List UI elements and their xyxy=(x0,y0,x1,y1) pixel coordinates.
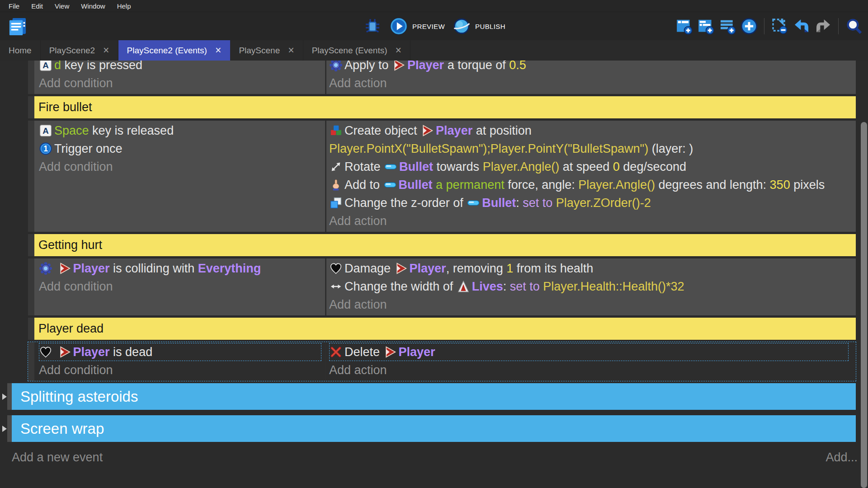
group-title: Splitting asteroids xyxy=(12,383,856,410)
force-icon xyxy=(329,178,343,192)
delete-icon xyxy=(329,345,343,359)
comment-row[interactable]: Fire bullet xyxy=(28,96,856,118)
action-instruction[interactable]: Add to Bullet a permanent force, angle: … xyxy=(329,176,849,194)
undo-icon[interactable] xyxy=(792,17,811,36)
text-token: set to xyxy=(510,280,543,293)
remove-event-icon[interactable] xyxy=(770,17,789,36)
comment-text: Fire bullet xyxy=(34,96,856,118)
text-token: key is released xyxy=(89,124,174,137)
tab-close-icon[interactable]: × xyxy=(288,45,294,56)
row-grip xyxy=(28,61,34,94)
object-name: Bullet xyxy=(482,196,516,210)
comment-row[interactable]: Getting hurt xyxy=(28,234,856,256)
text-token: a permanent xyxy=(433,178,505,192)
text-token: Rotate xyxy=(344,160,384,174)
text-token: Delete xyxy=(344,345,383,359)
text-token: Change the width of xyxy=(344,280,457,293)
object-name: Player xyxy=(407,61,444,72)
object-name: Player xyxy=(73,262,110,275)
search-icon[interactable] xyxy=(844,17,863,36)
group-row[interactable]: Screen wrap xyxy=(7,415,856,442)
text-token: 0.5 xyxy=(509,61,526,72)
toolbar: PREVIEW PUBLISH xyxy=(0,12,868,40)
project-manager-icon[interactable] xyxy=(7,16,28,37)
redo-icon[interactable] xyxy=(813,17,833,36)
action-instruction[interactable]: Change the width of Lives: set to Player… xyxy=(329,277,849,296)
event-row[interactable]: Player is colliding with EverythingAdd c… xyxy=(28,258,856,315)
tab-label: Home xyxy=(9,46,32,56)
menu-item-edit[interactable]: Edit xyxy=(25,1,49,11)
tab-close-icon[interactable]: × xyxy=(396,45,401,56)
comment-text: Player dead xyxy=(34,318,856,340)
row-grip xyxy=(28,96,34,118)
add-action-button[interactable]: Add action xyxy=(329,361,849,379)
tab-label: PlayScene (Events) xyxy=(312,46,387,56)
action-instruction[interactable]: Damage Player, removing 1 from its healt… xyxy=(329,259,849,277)
add-condition-button[interactable]: Add condition xyxy=(39,361,321,379)
group-row[interactable]: Splitting asteroids xyxy=(7,383,856,410)
event-row[interactable]: Player is deadAdd conditionDelete Player… xyxy=(28,342,856,381)
collapse-arrow-icon[interactable] xyxy=(2,394,7,400)
player-icon xyxy=(383,345,397,359)
heart-icon xyxy=(329,262,343,275)
action-instruction[interactable]: Rotate Bullet towards Player.Angle() at … xyxy=(329,158,849,176)
object-name: Lives xyxy=(472,280,503,293)
row-grip xyxy=(28,121,34,232)
tab-label: PlayScene xyxy=(239,46,280,56)
condition-instruction[interactable]: Player is dead xyxy=(39,343,321,361)
tab-playscene2-events[interactable]: PlayScene2 (Events)× xyxy=(118,40,231,61)
add-action-button[interactable]: Add action xyxy=(329,212,849,230)
svg-text:A: A xyxy=(42,126,49,136)
event-row[interactable]: Ad key is pressedAdd conditionApply to P… xyxy=(28,61,856,94)
debug-icon[interactable] xyxy=(363,17,382,36)
add-condition-button[interactable]: Add condition xyxy=(39,158,321,176)
comment-row[interactable]: Player dead xyxy=(28,318,856,340)
vertical-scrollbar[interactable] xyxy=(861,122,867,488)
preview-button[interactable]: PREVIEW xyxy=(389,17,445,36)
add-comment-icon[interactable] xyxy=(717,17,737,36)
tab-close-icon[interactable]: × xyxy=(215,45,221,56)
add-condition-button[interactable]: Add condition xyxy=(39,277,321,296)
publish-globe-icon xyxy=(452,17,471,36)
menu-item-help[interactable]: Help xyxy=(111,1,137,11)
action-instruction[interactable]: Change the z-order of Bullet: set to Pla… xyxy=(329,194,849,212)
row-grip xyxy=(28,342,34,381)
add-event-icon[interactable] xyxy=(674,17,693,36)
menu-item-window[interactable]: Window xyxy=(75,1,111,11)
condition-instruction[interactable]: Ad key is pressed xyxy=(39,61,321,74)
add-condition-button[interactable]: Add condition xyxy=(39,74,321,92)
action-instruction[interactable]: Create object Player at position Player.… xyxy=(329,122,849,158)
add-action-button[interactable]: Add action xyxy=(329,74,849,92)
tab-playscene[interactable]: PlayScene× xyxy=(230,40,303,61)
action-instruction[interactable]: Delete Player xyxy=(329,343,849,361)
action-instruction[interactable]: Apply to Player a torque of 0.5 xyxy=(329,61,849,74)
actions-cell: Delete PlayerAdd action xyxy=(326,342,856,381)
sheet-footer: Add a new event Add... xyxy=(12,450,858,465)
tab-close-icon[interactable]: × xyxy=(103,45,109,56)
add-subevent-icon[interactable] xyxy=(696,17,715,36)
actions-cell: Apply to Player a torque of 0.5Add actio… xyxy=(326,61,856,94)
add-button[interactable]: Add... xyxy=(826,450,858,465)
conditions-cell: Player is deadAdd condition xyxy=(34,342,325,381)
row-grip xyxy=(7,415,12,442)
condition-instruction[interactable]: ASpace key is released xyxy=(39,122,321,140)
tab-home[interactable]: Home xyxy=(0,40,41,61)
object-name: Bullet xyxy=(399,178,433,192)
zorder-icon xyxy=(329,196,343,210)
add-circle-icon[interactable] xyxy=(739,17,759,36)
text-token: 1 xyxy=(506,262,513,275)
publish-button[interactable]: PUBLISH xyxy=(452,17,505,36)
event-row[interactable]: ASpace key is released1Trigger onceAdd c… xyxy=(28,121,856,232)
condition-instruction[interactable]: Player is colliding with Everything xyxy=(39,259,321,277)
menu-item-file[interactable]: File xyxy=(3,1,25,11)
text-token: set to xyxy=(523,196,556,210)
collapse-arrow-icon[interactable] xyxy=(2,426,7,432)
menu-item-view[interactable]: View xyxy=(49,1,75,11)
add-new-event-button[interactable]: Add a new event xyxy=(12,450,103,465)
tab-playscene2[interactable]: PlayScene2× xyxy=(41,40,118,61)
comment-text: Getting hurt xyxy=(34,234,856,256)
tab-playscene-events[interactable]: PlayScene (Events)× xyxy=(303,40,410,61)
condition-instruction[interactable]: 1Trigger once xyxy=(39,140,321,158)
toolbar-separator xyxy=(764,18,764,34)
add-action-button[interactable]: Add action xyxy=(329,296,849,314)
